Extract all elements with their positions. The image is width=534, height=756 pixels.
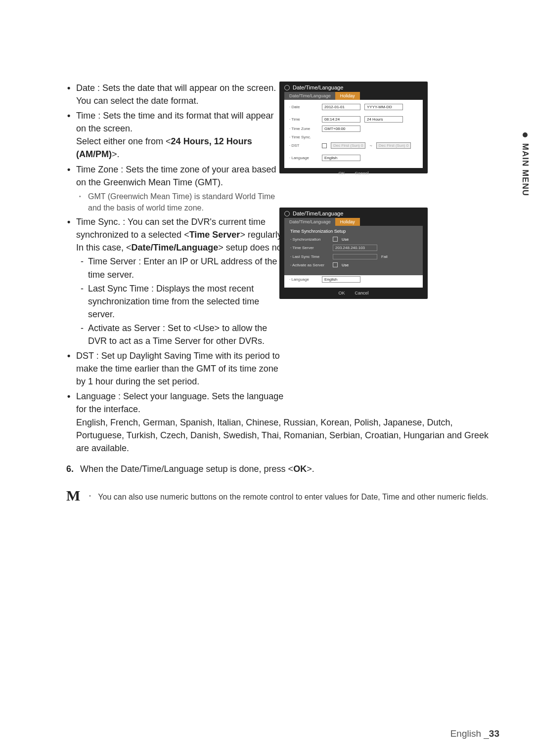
sub-timeserver: Time Server : Enter an IP or URL address…	[88, 255, 284, 281]
label-time: · Time	[289, 117, 318, 122]
activate-use: Use	[342, 263, 349, 267]
label-language: · Language	[289, 277, 318, 282]
lastsync-status: Fail	[381, 254, 388, 259]
field-time[interactable]: 08:14:24	[322, 116, 360, 123]
step-6: 6. When the Date/Time/Language setup is …	[64, 462, 499, 475]
page-footer: English _33	[450, 728, 499, 739]
sub-lastsync: Last Sync Time : Displays the most recen…	[88, 282, 284, 321]
panel-tabs: Date/Time/Language Holiday	[279, 218, 428, 226]
bullet-language: Language : Select your language. Sets th…	[76, 390, 499, 454]
m-note-text: You can also use numeric buttons on the …	[89, 488, 488, 503]
bullet-date: Date : Sets the date that will appear on…	[76, 82, 284, 107]
label-lastsync: · Last Sync Time	[290, 254, 329, 259]
field-language[interactable]: English	[322, 276, 360, 283]
label-language: · Language	[289, 156, 318, 160]
screenshot-timesync-panel: Date/Time/Language Date/Time/Language Ho…	[279, 208, 428, 299]
side-tab: MAIN MENU	[520, 132, 530, 196]
label-sync: · Synchronization	[290, 237, 329, 242]
globe-icon	[284, 211, 290, 216]
panel-tabs: Date/Time/Language Holiday	[279, 92, 428, 100]
field-dst-from[interactable]: Dec First (Sun) 0	[331, 142, 365, 149]
panel-title: Date/Time/Language	[279, 82, 428, 92]
field-timeserver[interactable]: 203.248.240.103	[333, 245, 377, 251]
cancel-button[interactable]: Cancel	[355, 291, 369, 295]
side-tab-text: MAIN MENU	[521, 143, 530, 196]
checkbox-dst[interactable]	[322, 143, 327, 148]
checkbox-sync[interactable]	[333, 237, 338, 242]
screenshot-datetime-panel: Date/Time/Language Date/Time/Language Ho…	[279, 82, 428, 173]
tab-datetimelang[interactable]: Date/Time/Language	[284, 218, 336, 226]
field-date[interactable]: 2012-01-01	[322, 104, 360, 110]
globe-icon	[284, 85, 290, 90]
label-timesync: · Time Sync.	[289, 135, 318, 139]
bullet-icon	[523, 132, 528, 137]
panel-title: Date/Time/Language	[279, 208, 428, 218]
tab-datetimelang[interactable]: Date/Time/Language	[284, 92, 336, 100]
field-datefmt[interactable]: YYYY-MM-DD	[364, 104, 403, 110]
label-activate: · Activate as Server	[290, 263, 329, 267]
label-timeserver: · Time Server	[290, 246, 329, 250]
tab-holiday[interactable]: Holiday	[335, 92, 360, 100]
tilde-icon: ~	[369, 143, 372, 148]
bullet-dst: DST : Set up Daylight Saving Time with i…	[76, 349, 284, 388]
note-m-icon: M	[66, 488, 80, 503]
ok-button[interactable]: OK	[338, 171, 345, 176]
m-note: M You can also use numeric buttons on th…	[64, 488, 499, 503]
sub-activate: Activate as Server : Set to <Use> to all…	[88, 322, 284, 347]
tab-holiday[interactable]: Holiday	[335, 218, 360, 226]
bullet-time: Time : Sets the time and its format that…	[76, 109, 284, 161]
ok-button[interactable]: OK	[338, 291, 345, 295]
sync-use: Use	[342, 237, 349, 242]
field-language[interactable]: English	[322, 155, 360, 161]
checkbox-activate[interactable]	[333, 262, 338, 267]
field-lastsync	[333, 254, 377, 259]
field-timefmt[interactable]: 24 Hours	[364, 116, 403, 123]
label-date: · Date	[289, 105, 318, 109]
cancel-button[interactable]: Cancel	[355, 171, 369, 176]
label-dst: · DST	[289, 143, 318, 148]
bullet-timezone: Time Zone : Sets the time zone of your a…	[76, 163, 284, 214]
label-timezone: · Time Zone	[289, 126, 318, 131]
note-gmt: GMT (Greenwich Mean Time) is standard Wo…	[88, 191, 284, 213]
field-timezone[interactable]: GMT+08:00	[322, 126, 360, 132]
field-dst-to[interactable]: Dec First (Sun) 0	[376, 142, 411, 149]
popup-title: Time Synchronization Setup	[290, 229, 417, 234]
